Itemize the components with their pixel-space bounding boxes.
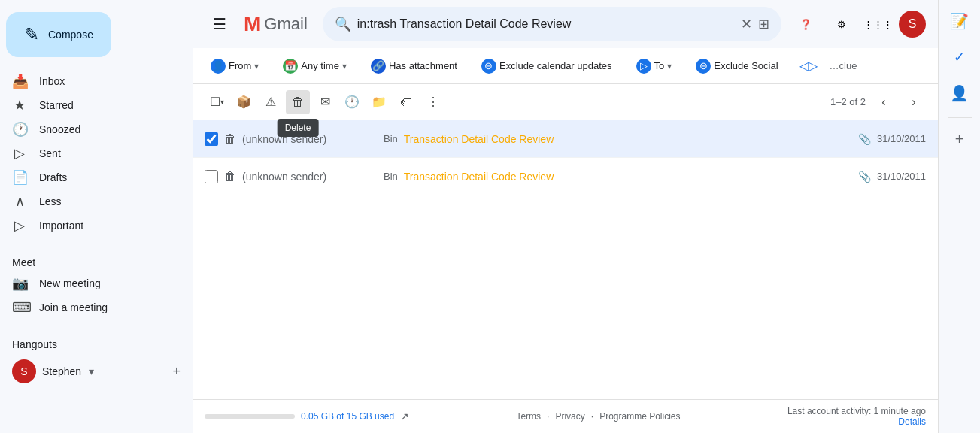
filter-has-attachment[interactable]: 🔗 Has attachment bbox=[362, 54, 466, 78]
filter-overflow-text: …clue bbox=[830, 60, 857, 71]
toolbar: ☐ ▾ 📦 ⚠ 🗑 Delete ✉ bbox=[193, 84, 938, 120]
to-chevron-icon: ▾ bbox=[667, 61, 672, 71]
google-keep-button[interactable]: 📝 bbox=[945, 6, 975, 36]
filter-any-time[interactable]: 📅 Any time ▾ bbox=[274, 54, 356, 78]
table-row[interactable]: 🗑 (unknown sender) Bin Transaction Detai… bbox=[193, 120, 938, 158]
hangout-avatar: S bbox=[12, 359, 36, 383]
table-row[interactable]: 🗑 (unknown sender) Bin Transaction Detai… bbox=[193, 158, 938, 195]
checkbox-icon: ☐ bbox=[210, 95, 220, 109]
label-button[interactable]: 🏷 bbox=[394, 90, 418, 114]
from-chevron-icon: ▾ bbox=[254, 61, 259, 71]
gmail-logo: M Gmail bbox=[244, 12, 308, 36]
important-icon: ▷ bbox=[12, 217, 27, 234]
search-clear-icon[interactable]: ✕ bbox=[741, 16, 752, 32]
move-to-icon: 📁 bbox=[372, 95, 387, 109]
email-checkbox[interactable] bbox=[205, 132, 218, 146]
sidebar-item-new-meeting[interactable]: 📷 New meeting bbox=[0, 271, 187, 295]
sidebar-item-starred[interactable]: ★ Starred bbox=[0, 93, 187, 117]
report-spam-icon: ⚠ bbox=[265, 95, 276, 109]
privacy-link[interactable]: Privacy bbox=[555, 411, 584, 422]
help-icon: ❓ bbox=[799, 19, 812, 30]
mark-read-button[interactable]: ✉ bbox=[313, 90, 337, 114]
starred-icon: ★ bbox=[12, 97, 27, 114]
calendar-icon: 📅 bbox=[283, 59, 298, 74]
filter-exclude-calendar[interactable]: ⊖ Exclude calendar updates bbox=[472, 54, 621, 78]
main-area: ☰ M Gmail 🔍 ✕ ⊞ ❓ ⚙ ⋮⋮⋮ bbox=[193, 0, 938, 433]
trash-icon: 🗑 bbox=[224, 132, 236, 146]
sidebar-item-snoozed[interactable]: 🕐 Snoozed bbox=[0, 117, 187, 141]
next-page-button[interactable]: › bbox=[902, 90, 926, 114]
sidebar-item-important[interactable]: ▷ Important bbox=[0, 213, 187, 238]
select-chevron-icon: ▾ bbox=[220, 98, 224, 106]
right-panel: 📝 ✓ 👤 + bbox=[938, 0, 980, 433]
email-subject: Transaction Detail Code Review bbox=[404, 171, 554, 183]
compose-button[interactable]: ✎ Compose bbox=[6, 12, 111, 57]
filter-to[interactable]: ▷ To ▾ bbox=[627, 54, 681, 78]
storage-expand-icon[interactable]: ↗ bbox=[400, 410, 409, 422]
label-icon: 🏷 bbox=[400, 95, 412, 109]
attachment-icon: 📎 bbox=[858, 133, 871, 145]
move-to-button[interactable]: 📁 bbox=[367, 90, 391, 114]
more-icon: ⋮ bbox=[427, 95, 439, 109]
filter-any-time-label: Any time bbox=[301, 60, 339, 71]
report-spam-button[interactable]: ⚠ bbox=[259, 90, 283, 114]
storage-used-text: 0.05 GB of 15 GB used bbox=[301, 411, 394, 422]
sidebar-item-label: Snoozed bbox=[39, 123, 80, 135]
sidebar-item-sent[interactable]: ▷ Sent bbox=[0, 141, 187, 165]
search-input[interactable] bbox=[357, 17, 735, 31]
sidebar-item-label: Sent bbox=[39, 147, 61, 159]
google-tasks-button[interactable]: ✓ bbox=[945, 42, 975, 72]
archive-button[interactable]: 📦 bbox=[232, 90, 256, 114]
user-avatar[interactable]: S bbox=[899, 11, 926, 38]
apps-icon: ⋮⋮⋮ bbox=[863, 19, 893, 30]
archive-icon: 📦 bbox=[236, 95, 251, 109]
snooze-button[interactable]: 🕐 bbox=[340, 90, 364, 114]
delete-button[interactable]: 🗑 bbox=[286, 90, 310, 114]
inbox-icon: 📥 bbox=[12, 73, 27, 89]
sidebar-item-inbox[interactable]: 📥 Inbox bbox=[0, 69, 187, 93]
settings-icon: ⚙ bbox=[837, 19, 846, 30]
select-all-button[interactable]: ☐ ▾ bbox=[205, 90, 229, 114]
sidebar-item-label: Important bbox=[39, 220, 83, 232]
google-contacts-button[interactable]: 👤 bbox=[945, 78, 975, 108]
more-button[interactable]: ⋮ bbox=[421, 90, 445, 114]
add-panel-icon: + bbox=[955, 131, 964, 148]
sidebar-item-join-meeting[interactable]: ⌨ Join a meeting bbox=[0, 295, 187, 319]
details-link[interactable]: Details bbox=[787, 416, 926, 427]
exclude-calendar-icon: ⊖ bbox=[481, 59, 496, 74]
email-meta: 📎 31/10/2011 bbox=[858, 133, 926, 145]
next-page-icon: › bbox=[912, 95, 915, 109]
google-contacts-icon: 👤 bbox=[950, 84, 969, 102]
email-list: 🗑 (unknown sender) Bin Transaction Detai… bbox=[193, 120, 938, 399]
sidebar-divider bbox=[0, 244, 193, 244]
help-button[interactable]: ❓ bbox=[790, 9, 821, 39]
hangout-add-icon[interactable]: + bbox=[172, 364, 181, 380]
terms-link[interactable]: Terms bbox=[516, 411, 541, 422]
footer: 0.05 GB of 15 GB used ↗ Terms · Privacy … bbox=[193, 399, 938, 433]
programme-policies-link[interactable]: Programme Policies bbox=[599, 411, 680, 422]
settings-button[interactable]: ⚙ bbox=[827, 9, 857, 39]
delete-tooltip-container: 🗑 Delete bbox=[286, 90, 310, 114]
filter-exclude-social[interactable]: ⊖ Exclude Social bbox=[687, 54, 787, 78]
hamburger-button[interactable]: ☰ bbox=[205, 9, 235, 39]
filter-overflow-left-icon: ◁ bbox=[799, 59, 809, 73]
search-bar[interactable]: 🔍 ✕ ⊞ bbox=[323, 7, 781, 41]
trash-icon: 🗑 bbox=[224, 170, 236, 183]
apps-button[interactable]: ⋮⋮⋮ bbox=[863, 9, 893, 39]
any-time-chevron-icon: ▾ bbox=[342, 61, 347, 71]
filter-from[interactable]: 👤 From ▾ bbox=[202, 54, 268, 78]
delete-icon: 🗑 bbox=[292, 95, 304, 109]
email-sender: (unknown sender) bbox=[242, 133, 378, 145]
last-activity-text: Last account activity: 1 minute ago bbox=[787, 406, 926, 416]
hangout-user-item[interactable]: S Stephen ▾ + bbox=[0, 353, 193, 389]
sidebar-item-less[interactable]: ∧ Less bbox=[0, 189, 187, 213]
filter-overflow-button[interactable]: ◁ ▷ bbox=[793, 54, 824, 77]
email-checkbox[interactable] bbox=[205, 170, 218, 183]
sidebar-item-drafts[interactable]: 📄 Drafts bbox=[0, 165, 187, 189]
add-panel-button[interactable]: + bbox=[948, 127, 972, 151]
search-options-icon[interactable]: ⊞ bbox=[758, 16, 769, 32]
storage-bar bbox=[205, 414, 295, 419]
prev-page-button[interactable]: ‹ bbox=[872, 90, 896, 114]
toolbar-right: 1–2 of 2 ‹ › bbox=[830, 90, 926, 114]
sidebar-item-label: Drafts bbox=[39, 171, 67, 183]
